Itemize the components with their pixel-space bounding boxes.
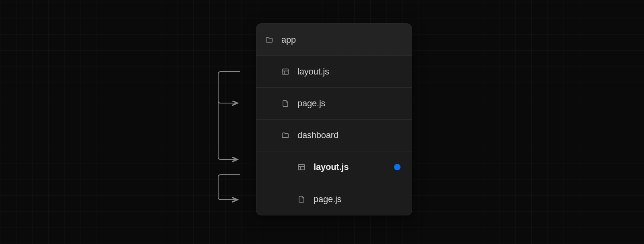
tree-item-dashboard-layout[interactable]: layout.js xyxy=(256,151,412,183)
folder-icon xyxy=(265,36,273,44)
tree-item-dashboard-page[interactable]: page.js xyxy=(256,183,412,215)
tree-item-label: layout.js xyxy=(314,162,349,172)
tree-item-label: page.js xyxy=(297,98,325,109)
tree-item-label: dashboard xyxy=(297,130,339,141)
tree-item-label: page.js xyxy=(314,194,341,205)
svg-rect-3 xyxy=(299,164,305,170)
file-icon xyxy=(281,99,289,108)
layout-icon xyxy=(297,163,305,171)
file-tree-panel: app layout.js page.js dashboard layout.j… xyxy=(256,23,412,215)
svg-rect-0 xyxy=(283,69,289,74)
tree-root-label: app xyxy=(281,35,296,45)
tree-item-layout[interactable]: layout.js xyxy=(256,56,412,88)
tree-root-row[interactable]: app xyxy=(256,24,412,56)
tree-item-page[interactable]: page.js xyxy=(256,88,412,120)
tree-item-label: layout.js xyxy=(297,66,329,77)
layout-icon xyxy=(281,68,289,76)
active-indicator-dot xyxy=(394,164,400,170)
file-icon xyxy=(297,195,305,203)
hierarchy-arrows xyxy=(217,68,258,213)
folder-icon xyxy=(281,131,289,139)
tree-item-dashboard-folder[interactable]: dashboard xyxy=(256,120,412,151)
